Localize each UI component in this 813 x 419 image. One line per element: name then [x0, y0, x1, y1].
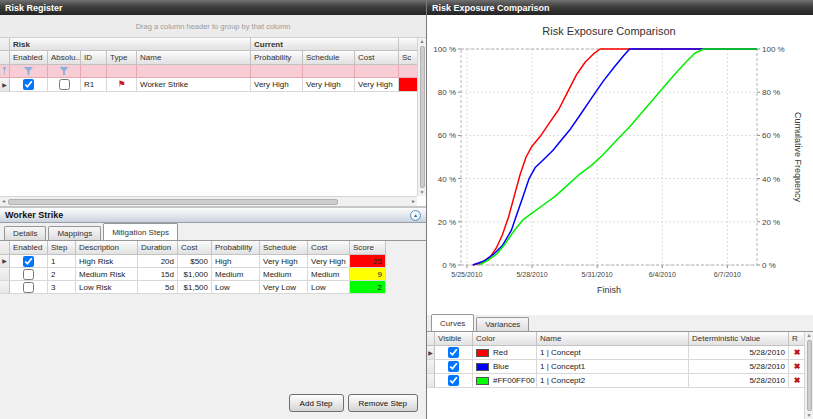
tab-mappings[interactable]: Mappings [48, 226, 101, 240]
duration-cell: 20d [138, 255, 178, 268]
header-id[interactable]: ID [81, 51, 107, 65]
filter-cost-cell[interactable] [355, 65, 399, 78]
header-enabled[interactable]: Enabled [10, 51, 48, 65]
filter-absolute-cell[interactable] [48, 65, 81, 78]
svg-text:Cumulative Frequency: Cumulative Frequency [793, 112, 803, 203]
header-step[interactable]: Step [48, 241, 76, 255]
row-indicator-cell [427, 360, 435, 374]
schedule-cell: Very High [260, 255, 308, 268]
header-deterministic-value[interactable]: Deterministic Value [689, 332, 789, 346]
absolute-checkbox[interactable] [59, 79, 70, 90]
header-absolute[interactable]: Absolu... [48, 51, 81, 65]
horizontal-scrollbar[interactable]: ◄ ► [0, 196, 417, 206]
header-score[interactable]: Score [350, 241, 386, 255]
curve-row[interactable]: #FF00FF00 1 | Concept2 5/28/2010 ✖ [427, 374, 813, 388]
tab-mitigation-steps[interactable]: Mitigation Steps [103, 223, 178, 240]
header-visible[interactable]: Visible [435, 332, 473, 346]
worker-strike-title: Worker Strike [5, 210, 63, 220]
scroll-up-icon[interactable]: ▲ [806, 332, 813, 339]
row-indicator-cell: ▶ [427, 346, 435, 360]
header-schedule[interactable]: Schedule [303, 51, 355, 65]
curves-vertical-scrollbar[interactable]: ▲ ▼ [804, 332, 813, 419]
curve-row[interactable]: ▶ Red 1 | Concept 5/28/2010 ✖ [427, 346, 813, 360]
header-schedule[interactable]: Schedule [260, 241, 308, 255]
scroll-down-icon[interactable]: ▼ [806, 412, 813, 419]
risk-register-window: Risk Register Drag a column header to gr… [0, 0, 426, 206]
worker-strike-panel: Worker Strike ▲ Details Mappings Mitigat… [0, 206, 426, 417]
scroll-left-icon[interactable]: ◄ [0, 198, 7, 205]
risk-row[interactable]: ▶ R1 ⚑ Worker Strike Very High Very High… [0, 78, 426, 92]
tab-curves[interactable]: Curves [431, 314, 474, 331]
scroll-right-icon[interactable]: ► [410, 198, 417, 205]
mitigation-row[interactable]: 2 Medium Risk 15d $1,000 Medium Medium M… [0, 268, 426, 281]
cost2-cell: Low [308, 281, 350, 294]
filter-type-cell[interactable] [107, 65, 137, 78]
cost-cell: Very High [355, 78, 399, 92]
risk-flag-icon: ⚑ [117, 80, 125, 89]
band-risk[interactable]: Risk [10, 38, 251, 51]
color-swatch [476, 363, 489, 371]
tab-variances[interactable]: Variances [476, 317, 529, 331]
step-cell: 3 [48, 281, 76, 294]
header-enabled[interactable]: Enabled [10, 241, 48, 255]
color-swatch [476, 349, 489, 357]
description-cell: High Risk [76, 255, 138, 268]
visible-checkbox[interactable] [448, 361, 459, 372]
header-cost2[interactable]: Cost [308, 241, 350, 255]
scroll-down-icon[interactable]: ▼ [419, 189, 426, 196]
add-step-button[interactable]: Add Step [289, 394, 344, 412]
header-description[interactable]: Description [76, 241, 138, 255]
header-remove[interactable]: R [789, 332, 805, 346]
vertical-scrollbar[interactable]: ▲ ▼ [417, 38, 426, 196]
collapse-panel-button[interactable]: ▲ [410, 210, 421, 221]
header-probability[interactable]: Probability [212, 241, 260, 255]
enabled-checkbox[interactable] [23, 79, 34, 90]
vertical-scroll-thumb[interactable] [420, 46, 425, 188]
header-cost[interactable]: Cost [178, 241, 212, 255]
group-by-bar[interactable]: Drag a column header to group by that co… [0, 15, 426, 38]
band-current[interactable]: Current [251, 38, 399, 51]
band-cut-cell [399, 38, 417, 51]
vertical-scroll-thumb[interactable] [807, 340, 812, 411]
header-color[interactable]: Color [473, 332, 537, 346]
filter-schedule-cell[interactable] [303, 65, 355, 78]
name-cell: 1 | Concept1 [537, 360, 689, 374]
enabled-checkbox[interactable] [23, 269, 34, 280]
visible-checkbox[interactable] [448, 375, 459, 386]
svg-text:40 %: 40 % [438, 175, 456, 184]
svg-text:Finish: Finish [597, 285, 621, 295]
curve-row[interactable]: Blue 1 | Concept1 5/28/2010 ✖ [427, 360, 813, 374]
header-type[interactable]: Type [107, 51, 137, 65]
app-root: Risk Register Drag a column header to gr… [0, 0, 813, 419]
header-name[interactable]: Name [137, 51, 251, 65]
header-cost[interactable]: Cost [355, 51, 399, 65]
filter-score-cell[interactable] [399, 65, 417, 78]
enabled-checkbox[interactable] [23, 282, 34, 293]
filter-name-cell[interactable] [137, 65, 251, 78]
chart-canvas: 0 %0 %20 %20 %40 %40 %60 %60 %80 %80 %10… [427, 15, 813, 315]
mitigation-row[interactable]: 3 Low Risk 5d $1,500 Low Very Low Low 2 [0, 281, 426, 294]
filter-probability-cell[interactable] [251, 65, 303, 78]
mitigation-row[interactable]: ▶ 1 High Risk 20d $500 High Very High Ve… [0, 255, 426, 268]
collapse-up-icon: ▲ [413, 212, 418, 218]
remove-step-button[interactable]: Remove Step [348, 394, 418, 412]
header-score[interactable]: Sc [399, 51, 417, 65]
visible-checkbox[interactable] [448, 347, 459, 358]
svg-text:6/7/2010: 6/7/2010 [714, 271, 741, 278]
svg-text:100 %: 100 % [433, 45, 456, 54]
horizontal-scroll-thumb[interactable] [8, 199, 338, 205]
scroll-up-icon[interactable]: ▲ [419, 38, 426, 45]
remove-curve-icon[interactable]: ✖ [794, 363, 801, 371]
risk-exposure-window: Risk Exposure Comparison 0 %0 %20 %20 %4… [426, 0, 813, 419]
remove-curve-icon[interactable]: ✖ [794, 349, 801, 357]
tab-details[interactable]: Details [4, 226, 46, 240]
enabled-checkbox[interactable] [23, 256, 34, 267]
group-by-hint: Drag a column header to group by that co… [136, 22, 291, 31]
header-probability[interactable]: Probability [251, 51, 303, 65]
header-duration[interactable]: Duration [138, 241, 178, 255]
filter-enabled-cell[interactable] [10, 65, 48, 78]
remove-cell: ✖ [789, 360, 805, 374]
filter-id-cell[interactable] [81, 65, 107, 78]
remove-curve-icon[interactable]: ✖ [794, 377, 801, 385]
header-name[interactable]: Name [537, 332, 689, 346]
